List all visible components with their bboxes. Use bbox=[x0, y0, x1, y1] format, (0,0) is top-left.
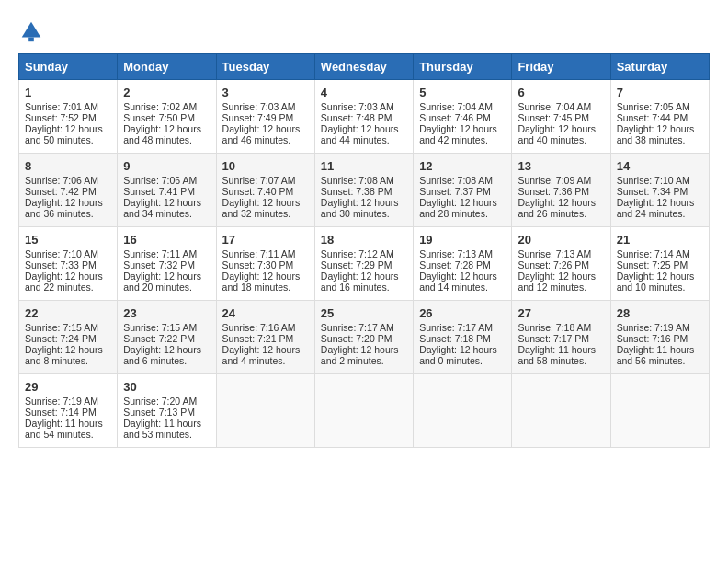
day-info-line: and 18 minutes. bbox=[222, 282, 309, 293]
day-info-line: Sunrise: 7:14 AM bbox=[617, 248, 703, 259]
day-info-line: and 30 minutes. bbox=[321, 208, 407, 219]
day-info-line: Sunset: 7:41 PM bbox=[123, 186, 210, 197]
day-info-line: and 46 minutes. bbox=[222, 134, 309, 145]
header-row: SundayMondayTuesdayWednesdayThursdayFrid… bbox=[19, 54, 710, 80]
col-header-wednesday: Wednesday bbox=[314, 54, 413, 80]
day-info-line: Sunset: 7:25 PM bbox=[617, 259, 703, 270]
day-info-line: Daylight: 12 hours bbox=[25, 344, 111, 355]
logo-icon bbox=[18, 18, 44, 44]
cell-1-7: 7Sunrise: 7:05 AMSunset: 7:44 PMDaylight… bbox=[610, 80, 709, 154]
day-number: 24 bbox=[222, 306, 309, 320]
day-info-line: Sunset: 7:37 PM bbox=[419, 186, 506, 197]
day-info-line: Sunset: 7:20 PM bbox=[321, 333, 407, 344]
day-info-line: Sunset: 7:36 PM bbox=[518, 186, 604, 197]
day-number: 11 bbox=[321, 159, 407, 173]
day-info-line: Sunrise: 7:13 AM bbox=[518, 248, 604, 259]
day-info-line: Daylight: 12 hours bbox=[321, 344, 407, 355]
day-info-line: Daylight: 12 hours bbox=[419, 123, 506, 134]
day-info-line: Daylight: 12 hours bbox=[321, 123, 407, 134]
day-info-line: Sunset: 7:45 PM bbox=[518, 112, 604, 123]
day-info-line: Sunset: 7:52 PM bbox=[25, 112, 111, 123]
cell-3-6: 20Sunrise: 7:13 AMSunset: 7:26 PMDayligh… bbox=[512, 227, 610, 301]
day-info-line: Daylight: 12 hours bbox=[25, 197, 111, 208]
week-row-2: 8Sunrise: 7:06 AMSunset: 7:42 PMDaylight… bbox=[19, 154, 710, 227]
day-info-line: Daylight: 12 hours bbox=[617, 123, 703, 134]
day-info-line: Daylight: 12 hours bbox=[25, 270, 111, 282]
day-info-line: and 40 minutes. bbox=[518, 134, 604, 145]
day-info-line: and 4 minutes. bbox=[222, 355, 309, 366]
day-info-line: Sunrise: 7:07 AM bbox=[222, 175, 309, 186]
cell-5-6 bbox=[512, 374, 610, 448]
day-info-line: Sunrise: 7:16 AM bbox=[222, 322, 309, 333]
day-number: 6 bbox=[518, 86, 604, 99]
day-info-line: Sunset: 7:21 PM bbox=[222, 333, 309, 344]
day-info-line: Sunrise: 7:13 AM bbox=[419, 248, 506, 259]
day-info-line: Sunrise: 7:03 AM bbox=[321, 101, 407, 112]
day-info-line: Daylight: 12 hours bbox=[123, 270, 210, 282]
day-info-line: Daylight: 12 hours bbox=[123, 197, 210, 208]
day-number: 17 bbox=[222, 233, 309, 247]
day-info-line: Sunset: 7:30 PM bbox=[222, 259, 309, 270]
day-info-line: Sunrise: 7:09 AM bbox=[518, 175, 604, 186]
header bbox=[18, 18, 710, 44]
day-info-line: Sunrise: 7:17 AM bbox=[321, 322, 407, 333]
day-info-line: Sunrise: 7:02 AM bbox=[123, 101, 210, 112]
day-info-line: Sunrise: 7:10 AM bbox=[25, 248, 111, 259]
day-number: 13 bbox=[518, 159, 604, 173]
day-number: 4 bbox=[321, 86, 407, 99]
cell-3-1: 15Sunrise: 7:10 AMSunset: 7:33 PMDayligh… bbox=[19, 227, 118, 301]
cell-4-2: 23Sunrise: 7:15 AMSunset: 7:22 PMDayligh… bbox=[118, 301, 216, 374]
day-number: 30 bbox=[123, 380, 210, 394]
day-info-line: Sunset: 7:17 PM bbox=[518, 333, 604, 344]
day-info-line: Sunset: 7:24 PM bbox=[25, 333, 111, 344]
cell-5-5 bbox=[414, 374, 512, 448]
cell-4-4: 25Sunrise: 7:17 AMSunset: 7:20 PMDayligh… bbox=[314, 301, 413, 374]
day-info-line: Daylight: 12 hours bbox=[518, 123, 604, 134]
svg-rect-1 bbox=[28, 38, 34, 42]
col-header-saturday: Saturday bbox=[610, 54, 709, 80]
day-info-line: Daylight: 11 hours bbox=[25, 418, 111, 429]
day-number: 14 bbox=[617, 159, 703, 173]
day-number: 10 bbox=[222, 159, 309, 173]
day-info-line: Daylight: 11 hours bbox=[518, 344, 604, 355]
cell-1-2: 2Sunrise: 7:02 AMSunset: 7:50 PMDaylight… bbox=[118, 80, 216, 154]
day-number: 12 bbox=[419, 159, 506, 173]
day-info-line: Sunrise: 7:15 AM bbox=[123, 322, 210, 333]
logo bbox=[18, 18, 48, 44]
day-info-line: Daylight: 12 hours bbox=[321, 270, 407, 282]
day-info-line: Daylight: 12 hours bbox=[419, 197, 506, 208]
col-header-tuesday: Tuesday bbox=[216, 54, 314, 80]
cell-2-4: 11Sunrise: 7:08 AMSunset: 7:38 PMDayligh… bbox=[314, 154, 413, 227]
cell-4-3: 24Sunrise: 7:16 AMSunset: 7:21 PMDayligh… bbox=[216, 301, 314, 374]
day-info-line: and 2 minutes. bbox=[321, 355, 407, 366]
day-info-line: Daylight: 12 hours bbox=[419, 270, 506, 282]
day-info-line: Sunset: 7:18 PM bbox=[419, 333, 506, 344]
day-info-line: Daylight: 12 hours bbox=[617, 197, 703, 208]
day-info-line: Sunset: 7:48 PM bbox=[321, 112, 407, 123]
day-info-line: and 28 minutes. bbox=[419, 208, 506, 219]
day-info-line: Sunset: 7:46 PM bbox=[419, 112, 506, 123]
day-info-line: Sunset: 7:34 PM bbox=[617, 186, 703, 197]
week-row-5: 29Sunrise: 7:19 AMSunset: 7:14 PMDayligh… bbox=[19, 374, 710, 448]
day-info-line: Sunset: 7:14 PM bbox=[25, 407, 111, 418]
day-info-line: Sunrise: 7:15 AM bbox=[25, 322, 111, 333]
cell-1-4: 4Sunrise: 7:03 AMSunset: 7:48 PMDaylight… bbox=[314, 80, 413, 154]
day-info-line: Daylight: 11 hours bbox=[617, 344, 703, 355]
cell-1-1: 1Sunrise: 7:01 AMSunset: 7:52 PMDaylight… bbox=[19, 80, 118, 154]
day-info-line: Sunset: 7:16 PM bbox=[617, 333, 703, 344]
day-info-line: Daylight: 12 hours bbox=[518, 197, 604, 208]
cell-2-1: 8Sunrise: 7:06 AMSunset: 7:42 PMDaylight… bbox=[19, 154, 118, 227]
day-info-line: Sunrise: 7:11 AM bbox=[222, 248, 309, 259]
day-info-line: Daylight: 12 hours bbox=[123, 344, 210, 355]
day-info-line: and 20 minutes. bbox=[123, 282, 210, 293]
col-header-sunday: Sunday bbox=[19, 54, 118, 80]
day-info-line: Sunrise: 7:06 AM bbox=[25, 175, 111, 186]
day-number: 28 bbox=[617, 306, 703, 320]
cell-3-5: 19Sunrise: 7:13 AMSunset: 7:28 PMDayligh… bbox=[414, 227, 512, 301]
day-info-line: Daylight: 12 hours bbox=[518, 270, 604, 282]
day-info-line: and 0 minutes. bbox=[419, 355, 506, 366]
cell-5-7 bbox=[610, 374, 709, 448]
day-number: 27 bbox=[518, 306, 604, 320]
week-row-3: 15Sunrise: 7:10 AMSunset: 7:33 PMDayligh… bbox=[19, 227, 710, 301]
day-info-line: Daylight: 12 hours bbox=[222, 270, 309, 282]
